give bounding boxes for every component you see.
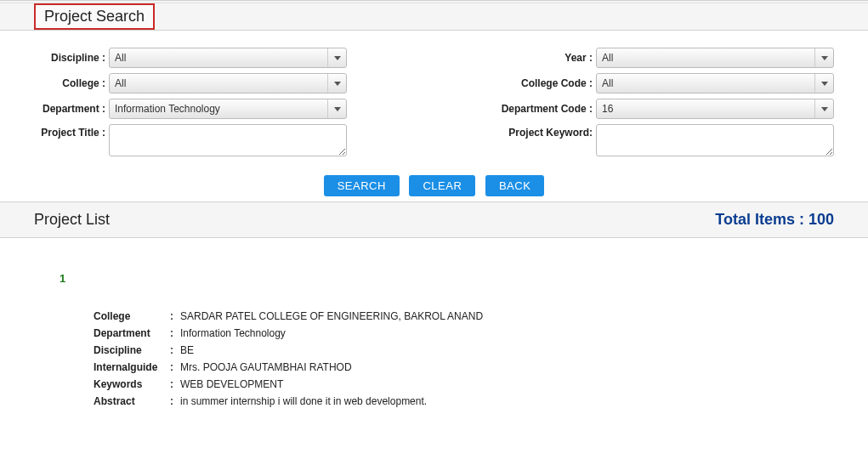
- list-title: Project List: [34, 211, 110, 229]
- total-items: Total Items : 100: [715, 211, 834, 229]
- detail-row-guide: Internalguide : Mrs. POOJA GAUTAMBHAI RA…: [94, 361, 808, 373]
- college-code-select[interactable]: All: [596, 73, 834, 94]
- chevron-down-icon: [327, 48, 346, 67]
- discipline-select[interactable]: All: [109, 48, 347, 68]
- project-title-label: Project Title :: [34, 124, 109, 139]
- college-code-value: All: [602, 77, 613, 89]
- list-header: Project List Total Items : 100: [0, 201, 868, 238]
- detail-value: BE: [180, 344, 194, 356]
- page-title: Project Search: [34, 3, 155, 30]
- chevron-down-icon: [814, 74, 833, 93]
- detail-key: Internalguide: [94, 361, 170, 373]
- project-keyword-input[interactable]: [596, 124, 834, 156]
- detail-key: Discipline: [94, 344, 170, 356]
- result-details: College : SARDAR PATEL COLLEGE OF ENGINE…: [94, 310, 808, 407]
- detail-key: Keywords: [94, 378, 170, 390]
- college-select[interactable]: All: [109, 73, 347, 94]
- detail-row-college: College : SARDAR PATEL COLLEGE OF ENGINE…: [94, 310, 808, 322]
- department-select[interactable]: Information Technology: [109, 99, 347, 119]
- chevron-down-icon: [814, 48, 833, 67]
- detail-value: WEB DEVELOPMENT: [180, 378, 283, 390]
- result-index: 1: [60, 272, 808, 285]
- detail-row-discipline: Discipline : BE: [94, 344, 808, 356]
- college-label: College :: [34, 77, 109, 89]
- year-value: All: [602, 52, 613, 64]
- department-code-select[interactable]: 16: [596, 99, 834, 119]
- detail-row-abstract: Abstract : in summer internship i will d…: [94, 395, 808, 407]
- detail-key: College: [94, 310, 170, 322]
- detail-value: Information Technology: [180, 327, 286, 339]
- department-code-label: Department Code :: [502, 103, 596, 115]
- detail-row-keywords: Keywords : WEB DEVELOPMENT: [94, 378, 808, 390]
- project-keyword-label: Project Keyword:: [508, 124, 596, 139]
- back-button[interactable]: BACK: [485, 175, 544, 196]
- project-title-input[interactable]: [109, 124, 347, 156]
- chevron-down-icon: [327, 99, 346, 118]
- detail-key: Department: [94, 327, 170, 339]
- button-row: SEARCH CLEAR BACK: [0, 170, 868, 201]
- department-value: Information Technology: [115, 103, 220, 115]
- department-label: Department :: [34, 103, 109, 115]
- detail-value: in summer internship i will done it in w…: [180, 395, 427, 407]
- chevron-down-icon: [814, 99, 833, 118]
- college-value: All: [115, 77, 126, 89]
- detail-key: Abstract: [94, 395, 170, 407]
- detail-value: Mrs. POOJA GAUTAMBHAI RATHOD: [180, 361, 352, 373]
- title-bar: Project Search: [0, 3, 868, 31]
- college-code-label: College Code :: [521, 77, 596, 89]
- discipline-label: Discipline :: [34, 52, 109, 64]
- clear-button[interactable]: CLEAR: [409, 175, 475, 196]
- chevron-down-icon: [327, 74, 346, 93]
- discipline-value: All: [115, 52, 126, 64]
- year-select[interactable]: All: [596, 48, 834, 68]
- department-code-value: 16: [602, 103, 613, 115]
- search-button[interactable]: SEARCH: [324, 175, 400, 196]
- search-form: Discipline : All Year : All College : Al…: [0, 31, 868, 170]
- year-label: Year :: [521, 52, 596, 64]
- detail-row-department: Department : Information Technology: [94, 327, 808, 339]
- detail-value: SARDAR PATEL COLLEGE OF ENGINEERING, BAK…: [180, 310, 483, 322]
- result-item: 1 College : SARDAR PATEL COLLEGE OF ENGI…: [0, 238, 868, 429]
